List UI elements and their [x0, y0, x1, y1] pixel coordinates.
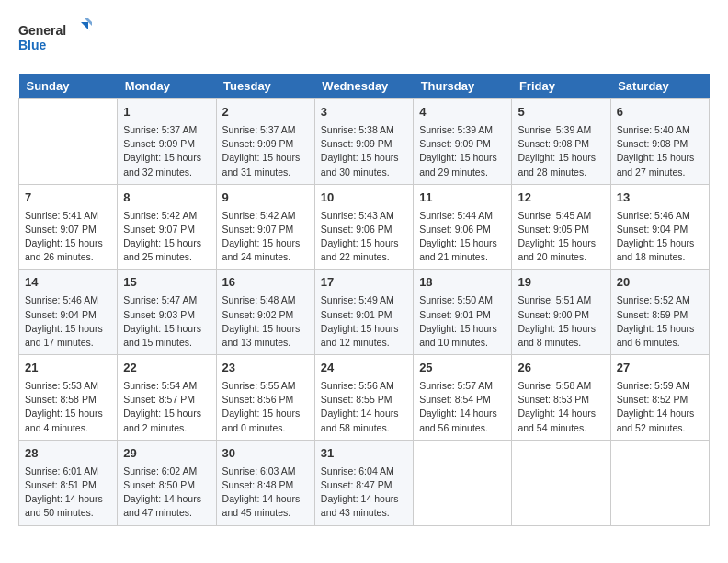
calendar-cell: 7Sunrise: 5:41 AM Sunset: 9:07 PM Daylig…: [19, 184, 118, 270]
calendar-cell: 28Sunrise: 6:01 AM Sunset: 8:51 PM Dayli…: [19, 440, 118, 525]
calendar-cell: 6Sunrise: 5:40 AM Sunset: 9:08 PM Daylig…: [610, 99, 709, 185]
calendar-cell: 22Sunrise: 5:54 AM Sunset: 8:57 PM Dayli…: [118, 355, 216, 441]
calendar-cell: 2Sunrise: 5:37 AM Sunset: 9:09 PM Daylig…: [216, 99, 314, 185]
logo-svg: General Blue: [18, 18, 92, 59]
header-saturday: Saturday: [610, 74, 709, 99]
day-number: 12: [518, 190, 604, 207]
calendar-cell: 26Sunrise: 5:58 AM Sunset: 8:53 PM Dayli…: [512, 355, 610, 441]
day-info: Sunrise: 5:44 AM Sunset: 9:06 PM Dayligh…: [419, 209, 506, 265]
day-number: 29: [123, 445, 210, 463]
day-number: 30: [222, 445, 309, 463]
day-number: 23: [222, 360, 309, 377]
day-info: Sunrise: 5:39 AM Sunset: 9:09 PM Dayligh…: [419, 123, 506, 179]
day-number: 1: [123, 104, 210, 121]
svg-text:Blue: Blue: [18, 38, 47, 52]
day-number: 31: [321, 445, 407, 463]
day-info: Sunrise: 5:43 AM Sunset: 9:06 PM Dayligh…: [321, 209, 407, 265]
calendar-cell: 18Sunrise: 5:50 AM Sunset: 9:01 PM Dayli…: [414, 270, 512, 355]
day-info: Sunrise: 5:42 AM Sunset: 9:07 PM Dayligh…: [123, 209, 210, 265]
day-info: Sunrise: 6:02 AM Sunset: 8:50 PM Dayligh…: [123, 465, 210, 521]
calendar-cell: 27Sunrise: 5:59 AM Sunset: 8:52 PM Dayli…: [610, 355, 709, 441]
day-number: 17: [321, 274, 407, 292]
calendar-cell: 31Sunrise: 6:04 AM Sunset: 8:47 PM Dayli…: [314, 440, 413, 525]
calendar-cell: 14Sunrise: 5:46 AM Sunset: 9:04 PM Dayli…: [19, 270, 118, 355]
calendar-cell: 25Sunrise: 5:57 AM Sunset: 8:54 PM Dayli…: [414, 355, 512, 441]
calendar-cell: 11Sunrise: 5:44 AM Sunset: 9:06 PM Dayli…: [414, 184, 512, 270]
day-number: 7: [25, 190, 111, 207]
calendar-table: SundayMondayTuesdayWednesdayThursdayFrid…: [18, 74, 710, 526]
day-info: Sunrise: 5:48 AM Sunset: 9:02 PM Dayligh…: [222, 293, 309, 350]
header-sunday: Sunday: [19, 74, 118, 99]
week-row-5: 28Sunrise: 6:01 AM Sunset: 8:51 PM Dayli…: [19, 440, 710, 525]
day-number: 11: [419, 190, 506, 207]
page-header: General Blue: [18, 18, 710, 59]
day-number: 19: [518, 274, 604, 292]
day-number: 9: [222, 190, 309, 207]
day-number: 25: [419, 360, 506, 377]
calendar-cell: 8Sunrise: 5:42 AM Sunset: 9:07 PM Daylig…: [118, 184, 216, 270]
week-row-3: 14Sunrise: 5:46 AM Sunset: 9:04 PM Dayli…: [19, 270, 710, 355]
calendar-cell: 3Sunrise: 5:38 AM Sunset: 9:09 PM Daylig…: [314, 99, 413, 185]
day-info: Sunrise: 5:41 AM Sunset: 9:07 PM Dayligh…: [25, 209, 111, 265]
day-info: Sunrise: 6:03 AM Sunset: 8:48 PM Dayligh…: [222, 465, 309, 521]
day-info: Sunrise: 5:42 AM Sunset: 9:07 PM Dayligh…: [222, 209, 309, 265]
calendar-cell: 21Sunrise: 5:53 AM Sunset: 8:58 PM Dayli…: [19, 355, 118, 441]
day-info: Sunrise: 5:52 AM Sunset: 8:59 PM Dayligh…: [617, 293, 703, 350]
day-number: 5: [518, 104, 604, 121]
calendar-cell: 29Sunrise: 6:02 AM Sunset: 8:50 PM Dayli…: [118, 440, 216, 525]
logo: General Blue: [18, 18, 92, 59]
svg-marker-2: [81, 22, 90, 31]
calendar-cell: 23Sunrise: 5:55 AM Sunset: 8:56 PM Dayli…: [216, 355, 314, 441]
calendar-cell: 12Sunrise: 5:45 AM Sunset: 9:05 PM Dayli…: [512, 184, 610, 270]
week-row-2: 7Sunrise: 5:41 AM Sunset: 9:07 PM Daylig…: [19, 184, 710, 270]
day-number: 13: [617, 190, 703, 207]
day-number: 3: [321, 104, 407, 121]
day-number: 15: [123, 274, 210, 292]
day-number: 20: [617, 274, 703, 292]
day-number: 4: [419, 104, 506, 121]
day-info: Sunrise: 5:57 AM Sunset: 8:54 PM Dayligh…: [419, 379, 506, 435]
day-number: 24: [321, 360, 407, 377]
calendar-cell: 16Sunrise: 5:48 AM Sunset: 9:02 PM Dayli…: [216, 270, 314, 355]
calendar-cell: 10Sunrise: 5:43 AM Sunset: 9:06 PM Dayli…: [314, 184, 413, 270]
day-number: 6: [617, 104, 703, 121]
calendar-cell: 30Sunrise: 6:03 AM Sunset: 8:48 PM Dayli…: [216, 440, 314, 525]
day-info: Sunrise: 5:53 AM Sunset: 8:58 PM Dayligh…: [25, 379, 111, 435]
day-info: Sunrise: 5:59 AM Sunset: 8:52 PM Dayligh…: [617, 379, 703, 435]
day-info: Sunrise: 5:49 AM Sunset: 9:01 PM Dayligh…: [321, 293, 407, 350]
calendar-cell: 13Sunrise: 5:46 AM Sunset: 9:04 PM Dayli…: [610, 184, 709, 270]
day-number: 26: [518, 360, 604, 377]
calendar-cell: [610, 440, 709, 525]
day-info: Sunrise: 5:46 AM Sunset: 9:04 PM Dayligh…: [617, 209, 703, 265]
header-wednesday: Wednesday: [314, 74, 413, 99]
calendar-cell: 9Sunrise: 5:42 AM Sunset: 9:07 PM Daylig…: [216, 184, 314, 270]
day-info: Sunrise: 5:40 AM Sunset: 9:08 PM Dayligh…: [617, 123, 703, 179]
day-number: 10: [321, 190, 407, 207]
day-number: 27: [617, 360, 703, 377]
calendar-cell: 5Sunrise: 5:39 AM Sunset: 9:08 PM Daylig…: [512, 99, 610, 185]
day-number: 2: [222, 104, 309, 121]
calendar-cell: 19Sunrise: 5:51 AM Sunset: 9:00 PM Dayli…: [512, 270, 610, 355]
calendar-header-row: SundayMondayTuesdayWednesdayThursdayFrid…: [19, 74, 710, 99]
day-info: Sunrise: 5:45 AM Sunset: 9:05 PM Dayligh…: [518, 209, 604, 265]
svg-text:General: General: [18, 23, 66, 38]
day-info: Sunrise: 5:37 AM Sunset: 9:09 PM Dayligh…: [123, 123, 210, 179]
calendar-cell: [19, 99, 118, 185]
header-tuesday: Tuesday: [216, 74, 314, 99]
calendar-cell: 24Sunrise: 5:56 AM Sunset: 8:55 PM Dayli…: [314, 355, 413, 441]
calendar-cell: [512, 440, 610, 525]
calendar-cell: 15Sunrise: 5:47 AM Sunset: 9:03 PM Dayli…: [118, 270, 216, 355]
calendar-cell: 17Sunrise: 5:49 AM Sunset: 9:01 PM Dayli…: [314, 270, 413, 355]
header-monday: Monday: [118, 74, 216, 99]
week-row-4: 21Sunrise: 5:53 AM Sunset: 8:58 PM Dayli…: [19, 355, 710, 441]
day-info: Sunrise: 5:37 AM Sunset: 9:09 PM Dayligh…: [222, 123, 309, 179]
day-info: Sunrise: 5:38 AM Sunset: 9:09 PM Dayligh…: [321, 123, 407, 179]
header-friday: Friday: [512, 74, 610, 99]
day-info: Sunrise: 6:01 AM Sunset: 8:51 PM Dayligh…: [25, 465, 111, 521]
day-number: 14: [25, 274, 111, 292]
day-number: 22: [123, 360, 210, 377]
day-info: Sunrise: 5:47 AM Sunset: 9:03 PM Dayligh…: [123, 293, 210, 350]
day-info: Sunrise: 5:51 AM Sunset: 9:00 PM Dayligh…: [518, 293, 604, 350]
day-info: Sunrise: 6:04 AM Sunset: 8:47 PM Dayligh…: [321, 465, 407, 521]
day-number: 18: [419, 274, 506, 292]
